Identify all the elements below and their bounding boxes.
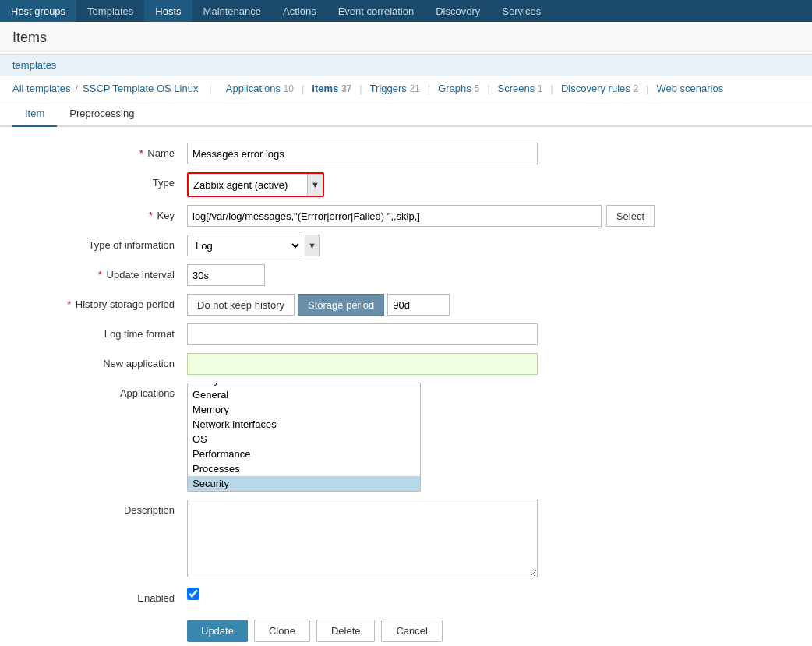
filter-templates-link[interactable]: templates <box>12 59 56 71</box>
sub-nav-discovery-rules-count: 2 <box>633 83 638 94</box>
enabled-label: Enabled <box>16 588 187 604</box>
description-textarea[interactable] <box>187 500 538 577</box>
page-title-bar: Items <box>0 22 812 55</box>
cancel-button[interactable]: Cancel <box>381 620 442 642</box>
breadcrumb-template-name[interactable]: SSCP Template OS Linux <box>83 83 198 94</box>
type-select-wrapper: Zabbix agent Zabbix agent (active) Simpl… <box>187 172 324 197</box>
type-select[interactable]: Zabbix agent Zabbix agent (active) Simpl… <box>189 174 307 196</box>
nav-event-correlation[interactable]: Event correlation <box>327 0 425 22</box>
sub-nav-graphs-count: 5 <box>474 83 479 94</box>
tab-item[interactable]: Item <box>12 101 57 127</box>
action-buttons: Update Clone Delete Cancel <box>16 620 796 642</box>
name-field-container <box>187 143 655 164</box>
type-field-container: Zabbix agent Zabbix agent (active) Simpl… <box>187 172 655 197</box>
form-row-log-time: Log time format <box>16 323 796 345</box>
name-required-star: * <box>139 147 143 159</box>
nav-hosts[interactable]: Hosts <box>144 0 192 22</box>
history-row: Do not keep history Storage period <box>187 294 655 316</box>
form-row-description: Description <box>16 500 796 580</box>
new-app-input[interactable] <box>187 353 538 375</box>
breadcrumb-separator: / <box>75 83 78 94</box>
key-input[interactable] <box>187 205 602 227</box>
nav-services[interactable]: Services <box>491 0 552 22</box>
type-label: Type <box>16 172 187 189</box>
breadcrumb-bar: All templates / SSCP Template OS Linux |… <box>0 76 812 101</box>
history-required-star: * <box>67 298 71 310</box>
history-storage-period-button[interactable]: Storage period <box>298 294 384 316</box>
type-of-info-select[interactable]: Numeric (unsigned) Numeric (float) Chara… <box>187 235 302 256</box>
nav-host-groups[interactable]: Host groups <box>0 0 76 22</box>
form-row-key: * Key Select <box>16 205 796 227</box>
sub-nav-triggers[interactable]: Triggers 21 <box>367 83 423 94</box>
sub-nav-screens[interactable]: Screens 1 <box>495 83 546 94</box>
type-of-info-label: Type of information <box>16 235 187 251</box>
sub-nav-web-scenarios[interactable]: Web scenarios <box>653 83 726 94</box>
new-app-field-container <box>187 353 655 375</box>
nav-discovery[interactable]: Discovery <box>425 0 491 22</box>
applications-field-container: -None- CPU Filesystems General Memory Ne… <box>187 383 655 492</box>
update-interval-label: * Update interval <box>16 264 187 281</box>
name-label: * Name <box>16 143 187 159</box>
new-app-label: New application <box>16 353 187 369</box>
key-row: Select <box>187 205 655 227</box>
sub-nav-graphs[interactable]: Graphs 5 <box>435 83 482 94</box>
sub-nav: Applications 10 | Items 37 | Triggers 21… <box>223 83 726 94</box>
sub-nav-applications-count: 10 <box>284 83 294 94</box>
nav-templates[interactable]: Templates <box>76 0 144 22</box>
applications-label: Applications <box>16 383 187 399</box>
key-field-container: Select <box>187 205 655 227</box>
form-row-history: * History storage period Do not keep his… <box>16 294 796 316</box>
update-button[interactable]: Update <box>187 620 248 642</box>
sub-nav-triggers-count: 21 <box>409 83 419 94</box>
log-time-label: Log time format <box>16 323 187 340</box>
sub-nav-items-count: 37 <box>341 83 351 94</box>
name-input[interactable] <box>187 143 538 164</box>
form-row-type: Type Zabbix agent Zabbix agent (active) … <box>16 172 796 197</box>
update-interval-required-star: * <box>98 269 102 281</box>
update-interval-input[interactable] <box>187 264 265 286</box>
description-field-container <box>187 500 655 580</box>
clone-button[interactable]: Clone <box>254 620 310 642</box>
select-button[interactable]: Select <box>606 205 655 227</box>
sub-nav-applications[interactable]: Applications 10 <box>223 83 297 94</box>
history-do-not-keep-button[interactable]: Do not keep history <box>187 294 295 316</box>
history-value-input[interactable] <box>387 294 450 316</box>
sub-nav-items[interactable]: Items 37 <box>309 83 355 94</box>
description-label: Description <box>16 500 187 516</box>
form-row-new-app: New application <box>16 353 796 375</box>
form-row-name: * Name <box>16 143 796 164</box>
page-title: Items <box>12 30 800 46</box>
nav-maintenance[interactable]: Maintenance <box>192 0 272 22</box>
history-label: * History storage period <box>16 294 187 310</box>
main-content: * Name Type Zabbix agent Zabbix agent (a… <box>0 127 812 646</box>
type-select-arrow[interactable]: ▼ <box>307 174 323 196</box>
applications-listbox[interactable]: -None- CPU Filesystems General Memory Ne… <box>187 383 421 492</box>
top-nav: Host groups Templates Hosts Maintenance … <box>0 0 812 22</box>
form-row-type-of-info: Type of information Numeric (unsigned) N… <box>16 235 796 256</box>
form-row-enabled: Enabled <box>16 588 796 604</box>
enabled-row <box>187 588 655 600</box>
tab-bar: Item Preprocessing <box>0 101 812 127</box>
enabled-field-container <box>187 588 655 600</box>
enabled-checkbox[interactable] <box>187 588 199 600</box>
key-label: * Key <box>16 205 187 221</box>
log-time-input[interactable] <box>187 323 538 345</box>
breadcrumb-all-templates[interactable]: All templates <box>12 83 70 94</box>
history-field-container: Do not keep history Storage period <box>187 294 655 316</box>
form-row-update-interval: * Update interval <box>16 264 796 286</box>
log-time-field-container <box>187 323 655 345</box>
nav-actions[interactable]: Actions <box>272 0 327 22</box>
delete-button[interactable]: Delete <box>316 620 376 642</box>
sub-nav-discovery-rules[interactable]: Discovery rules 2 <box>558 83 641 94</box>
filter-bar: templates <box>0 55 812 76</box>
tab-preprocessing[interactable]: Preprocessing <box>57 101 147 127</box>
form-row-applications: Applications -None- CPU Filesystems Gene… <box>16 383 796 492</box>
sub-nav-screens-count: 1 <box>538 83 543 94</box>
update-interval-field-container <box>187 264 655 286</box>
type-of-info-field-container: Numeric (unsigned) Numeric (float) Chara… <box>187 235 655 256</box>
type-of-info-arrow[interactable]: ▼ <box>305 235 320 256</box>
key-required-star: * <box>149 210 153 221</box>
